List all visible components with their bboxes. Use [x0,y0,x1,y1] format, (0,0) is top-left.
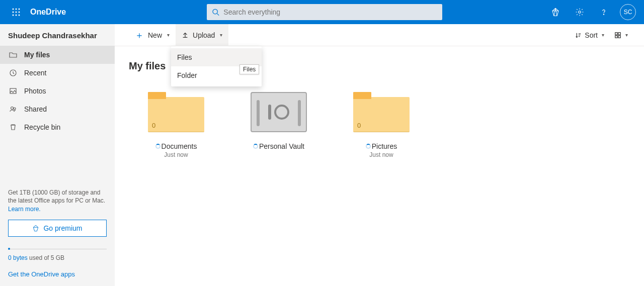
trash-icon [8,123,18,131]
sidebar-label: Shared [24,105,47,113]
new-button[interactable]: ＋ New ▾ [129,24,176,46]
tiles-icon [614,32,621,39]
go-premium-button[interactable]: Go premium [8,220,107,237]
svg-point-1 [16,9,17,10]
folder-tile-documents[interactable]: 0 Documents Just now [141,92,211,158]
svg-point-7 [16,15,17,16]
sidebar-label: Recycle bin [24,123,60,131]
svg-rect-24 [618,35,620,37]
storage-text: 0 bytes used of 5 GB [0,252,115,263]
svg-point-15 [603,14,604,15]
chevron-down-icon: ▾ [167,32,170,38]
main-pane: ＋ New ▾ Upload ▾ Sort ▾ ▾ [115,24,644,286]
sort-icon [575,32,582,39]
vault-tile[interactable]: Personal Vault [244,92,314,158]
search-input[interactable] [223,8,437,16]
svg-point-18 [11,107,14,110]
svg-point-4 [16,12,17,13]
svg-point-8 [19,15,20,16]
svg-point-19 [14,108,16,110]
svg-rect-22 [618,32,620,34]
vault-icon [251,92,307,132]
sidebar-item-shared[interactable]: Shared [0,100,115,118]
view-toggle-button[interactable]: ▾ [610,24,632,46]
loading-spinner-icon [253,144,258,149]
account-avatar[interactable]: SC [620,4,636,20]
file-grid: 0 Documents Just now Personal Vault 0 Pi… [115,77,644,158]
sidebar-user: Shudeep Chandrasekhar [0,24,115,46]
chevron-down-icon: ▾ [625,32,628,38]
sidebar-item-recent[interactable]: Recent [0,64,115,82]
svg-rect-23 [615,35,617,37]
premium-icon[interactable] [543,0,568,24]
svg-point-2 [19,9,20,10]
upload-icon [182,32,189,39]
settings-icon[interactable] [568,0,592,24]
get-apps-link[interactable]: Get the OneDrive apps [8,270,75,278]
storage-divider [8,249,107,249]
app-header: OneDrive SC [0,0,644,24]
svg-rect-21 [615,32,617,34]
photo-icon [8,87,18,95]
storage-used-link[interactable]: 0 bytes [8,254,28,261]
chevron-down-icon: ▾ [602,32,604,38]
svg-point-14 [579,11,581,14]
help-icon[interactable] [592,0,616,24]
svg-point-0 [13,9,14,10]
sidebar-label: Recent [24,69,46,77]
svg-point-3 [13,12,14,13]
sidebar-item-recycle-bin[interactable]: Recycle bin [0,118,115,136]
upload-button[interactable]: Upload ▾ [176,24,228,46]
loading-spinner-icon [366,144,371,149]
plus-icon: ＋ [135,29,144,41]
clock-icon [8,69,18,77]
app-launcher-icon[interactable] [4,0,28,24]
search-box[interactable] [207,4,442,20]
sidebar-item-photos[interactable]: Photos [0,82,115,100]
search-icon [212,8,219,16]
chevron-down-icon: ▾ [220,32,222,38]
toolbar: ＋ New ▾ Upload ▾ Sort ▾ ▾ [115,24,644,46]
svg-point-6 [13,15,14,16]
upload-files-item[interactable]: Files [171,48,262,66]
sidebar-label: My files [24,51,50,59]
brand-name[interactable]: OneDrive [30,8,66,17]
tooltip: Files [239,64,259,74]
premium-promo: Get 1TB (1000 GB) of storage and the lat… [0,183,115,214]
folder-icon: 0 [353,92,410,132]
sidebar: Shudeep Chandrasekhar My files Recent Ph… [0,24,115,286]
sidebar-label: Photos [24,87,46,95]
sort-button[interactable]: Sort ▾ [571,24,608,46]
diamond-icon [32,225,39,232]
folder-icon [8,51,18,59]
learn-more-link[interactable]: Learn more. [8,206,41,213]
svg-point-9 [213,9,217,14]
svg-point-5 [19,12,20,13]
svg-line-10 [217,14,219,16]
folder-icon: 0 [148,92,204,132]
loading-spinner-icon [155,144,160,149]
sidebar-item-my-files[interactable]: My files [0,46,115,64]
people-icon [8,105,18,113]
folder-tile-pictures[interactable]: 0 Pictures Just now [346,92,417,158]
